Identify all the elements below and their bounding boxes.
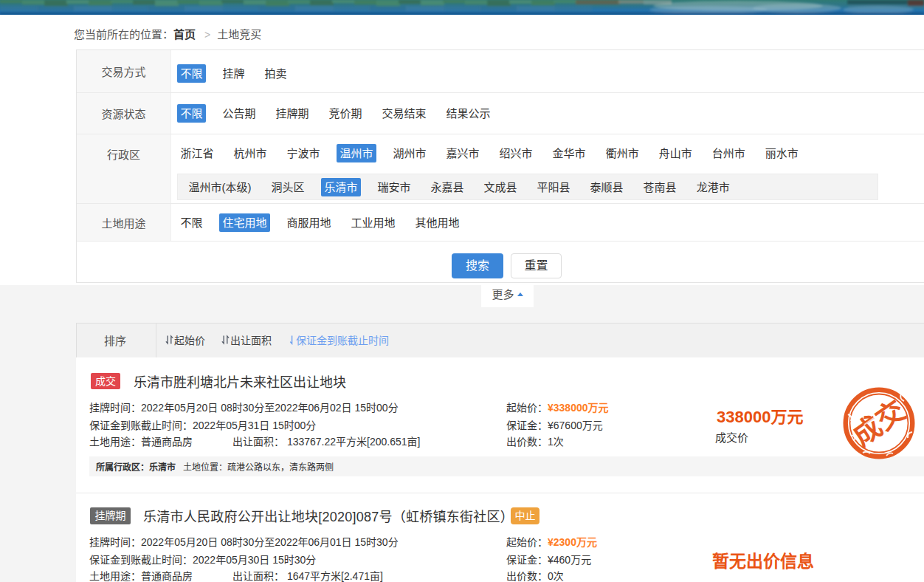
svg-text:成交: 成交 [847, 394, 911, 452]
